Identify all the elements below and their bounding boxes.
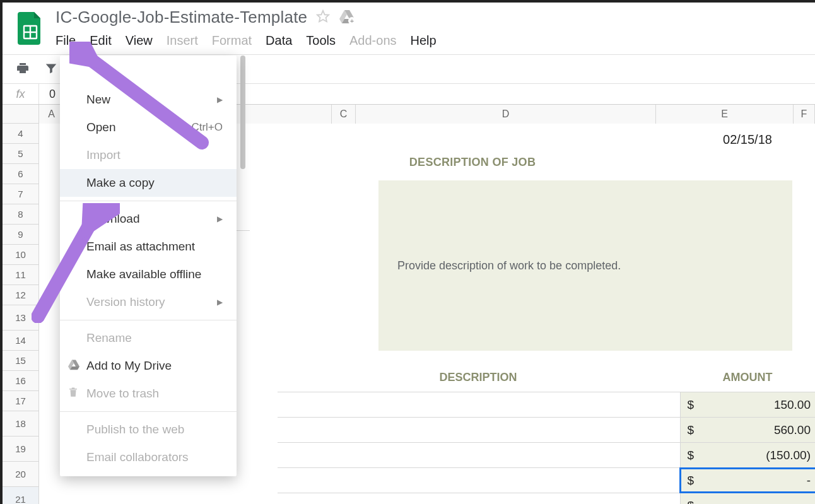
menu-help[interactable]: Help (411, 33, 437, 48)
print-icon[interactable] (15, 61, 30, 78)
table-row[interactable]: $- (278, 493, 815, 504)
col-E[interactable]: E (656, 105, 794, 124)
drive-icon (67, 359, 80, 373)
annotation-arrow-file (69, 42, 214, 161)
col-F[interactable]: F (794, 105, 815, 124)
date-cell[interactable]: 02/15/18 (679, 124, 815, 152)
menu-item-rename[interactable]: Rename (60, 324, 237, 352)
submenu-arrow-icon: ▶ (217, 214, 223, 223)
menu-item-move-to-trash[interactable]: Move to trash (60, 380, 237, 407)
scrollbar-thumb[interactable] (240, 56, 245, 169)
formula-value[interactable]: 0 (39, 88, 56, 101)
fx-label: fx (3, 84, 39, 104)
col-D[interactable]: D (356, 105, 656, 124)
row-20[interactable]: 20 (3, 462, 38, 487)
table-row[interactable]: $560.00 (278, 417, 815, 442)
col-description: DESCRIPTION (278, 371, 679, 384)
menu-item-add-to-drive[interactable]: Add to My Drive (60, 352, 237, 380)
select-all-corner[interactable] (3, 105, 39, 124)
drive-add-icon[interactable]: + (339, 9, 355, 26)
row-19[interactable]: 19 (3, 437, 38, 462)
row-14[interactable]: 14 (3, 331, 38, 351)
row-18[interactable]: 18 (3, 411, 38, 437)
col-amount: AMOUNT (679, 371, 815, 384)
table-row[interactable]: $150.00 (278, 392, 815, 417)
table-row[interactable]: $(150.00) (278, 442, 815, 467)
sheets-logo (16, 11, 44, 45)
row-17[interactable]: 17 (3, 391, 38, 411)
job-description-placeholder: Provide description of work to be comple… (397, 259, 621, 273)
job-description-label: DESCRIPTION OF JOB (254, 152, 691, 177)
svg-text:+: + (350, 17, 354, 24)
row-6[interactable]: 6 (3, 164, 38, 184)
submenu-arrow-icon: ▶ (217, 298, 223, 307)
table-header: DESCRIPTION AMOUNT (278, 365, 815, 392)
star-icon[interactable] (316, 9, 330, 26)
submenu-arrow-icon: ▶ (217, 95, 223, 104)
row-16[interactable]: 16 (3, 371, 38, 391)
filter-icon[interactable] (44, 61, 58, 78)
menu-divider (60, 201, 237, 201)
annotation-arrow-make-copy (32, 203, 120, 323)
svg-marker-3 (317, 10, 329, 21)
row-5[interactable]: 5 (3, 144, 38, 164)
dropdown-scrollbar[interactable] (238, 56, 247, 504)
menu-item-publish-web[interactable]: Publish to the web (60, 416, 237, 443)
menu-addons[interactable]: Add-ons (349, 33, 397, 48)
menu-item-email-collaborators[interactable]: Email collaborators (60, 443, 237, 471)
menu-tools[interactable]: Tools (306, 33, 336, 48)
job-description-box[interactable]: Provide description of work to be comple… (378, 180, 792, 351)
col-C[interactable]: C (332, 105, 356, 124)
row-7[interactable]: 7 (3, 184, 38, 204)
document-title[interactable]: IC-Google-Job-Estimate-Template (56, 8, 307, 27)
row-4[interactable]: 4 (3, 124, 38, 144)
trash-icon (67, 386, 79, 402)
table-body: $150.00 $560.00 $(150.00) $- (278, 392, 815, 504)
row-15[interactable]: 15 (3, 351, 38, 371)
row-21[interactable]: 21 (3, 487, 38, 504)
menu-format[interactable]: Format (212, 33, 252, 48)
table-row-selected[interactable]: $- (278, 467, 815, 493)
menu-item-make-copy[interactable]: Make a copy (60, 169, 237, 197)
menu-data[interactable]: Data (266, 33, 292, 48)
menu-divider (60, 411, 237, 412)
